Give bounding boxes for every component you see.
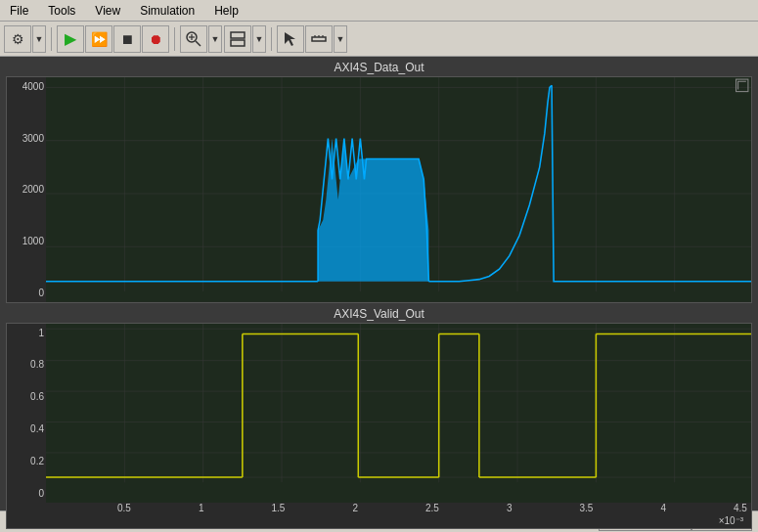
menu-file[interactable]: File	[4, 2, 34, 20]
dropdown-btn[interactable]: ▼	[32, 25, 46, 53]
x-axis-exponent: ×10⁻³	[7, 515, 751, 528]
stop-btn[interactable]: ⏹	[113, 25, 141, 53]
main-area: AXI4S_Data_Out 4000 3000 2000 1000 0	[0, 57, 758, 510]
bottom-chart-title: AXI4S_Valid_Out	[6, 307, 752, 321]
zoom-dropdown-btn[interactable]: ▼	[208, 25, 222, 53]
cursor-btn[interactable]	[277, 25, 304, 53]
x-axis-labels: 0.5 1 1.5 2 2.5 3 3.5 4 4.5	[7, 503, 751, 515]
svg-rect-27	[46, 324, 751, 503]
layout-btn[interactable]	[224, 25, 251, 53]
measure-btn[interactable]	[305, 25, 333, 53]
record-btn[interactable]: ⏺	[142, 25, 169, 53]
toolbar-group-4: ▼	[224, 25, 266, 53]
top-chart-title: AXI4S_Data_Out	[6, 61, 752, 74]
svg-rect-4	[231, 32, 245, 38]
top-chart-wrapper: AXI4S_Data_Out 4000 3000 2000 1000 0	[6, 61, 752, 303]
top-chart-container[interactable]: 4000 3000 2000 1000 0	[6, 76, 752, 303]
toolbar: ⚙ ▼ ▶ ⏩ ⏹ ⏺ ▼ ▼ ▼	[0, 22, 758, 57]
menu-view[interactable]: View	[89, 2, 126, 20]
bottom-y-axis: 1 0.8 0.6 0.4 0.2 0	[7, 324, 46, 503]
bottom-chart-svg-area	[46, 324, 751, 503]
top-chart-svg-area	[46, 77, 751, 302]
top-chart-svg	[46, 77, 751, 302]
layout-dropdown-btn[interactable]: ▼	[252, 25, 266, 53]
menu-tools[interactable]: Tools	[42, 2, 81, 20]
bottom-chart-container[interactable]: 1 0.8 0.6 0.4 0.2 0	[6, 323, 752, 529]
svg-rect-7	[312, 37, 326, 41]
settings-btn[interactable]: ⚙	[4, 25, 31, 53]
toolbar-group-3: ▼	[180, 25, 222, 53]
run-btn[interactable]: ▶	[57, 25, 84, 53]
toolbar-group-2: ▶ ⏩ ⏹ ⏺	[57, 25, 169, 53]
zoom-btn[interactable]	[180, 25, 207, 53]
toolbar-group-1: ⚙ ▼	[4, 25, 46, 53]
svg-rect-5	[231, 40, 245, 46]
menu-simulation[interactable]: Simulation	[134, 2, 201, 20]
svg-line-1	[196, 41, 201, 46]
toolbar-group-5: ▼	[277, 25, 347, 53]
sep-3	[271, 27, 272, 51]
bottom-chart-wrapper: AXI4S_Valid_Out 1 0.8 0.6 0.4 0.2 0	[6, 307, 752, 529]
step-btn[interactable]: ⏩	[85, 25, 112, 53]
measure-dropdown-btn[interactable]: ▼	[334, 25, 347, 53]
svg-marker-6	[285, 32, 295, 46]
top-y-axis: 4000 3000 2000 1000 0	[7, 77, 46, 302]
menubar: File Tools View Simulation Help	[0, 0, 758, 22]
sep-1	[51, 27, 52, 51]
bottom-chart-svg	[46, 324, 751, 503]
sep-2	[174, 27, 175, 51]
menu-help[interactable]: Help	[208, 2, 245, 20]
